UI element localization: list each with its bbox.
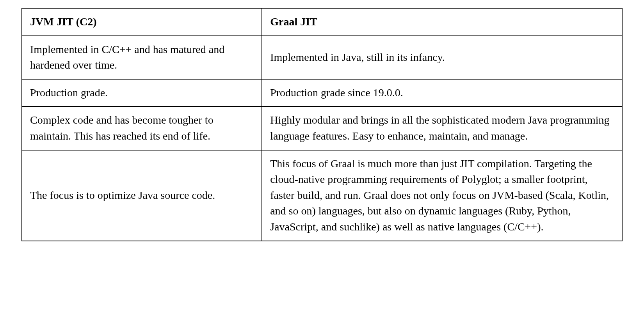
table-row: Complex code and has become tougher to m… [22,106,622,150]
cell-jvm: Implemented in C/C++ and has matured and… [22,36,262,79]
header-cell-jvm: JVM JIT (C2) [22,8,262,36]
comparison-table: JVM JIT (C2) Graal JIT Implemented in C/… [21,8,623,241]
cell-graal: Implemented in Java, still in its infanc… [262,36,622,79]
table-row: Production grade. Production grade since… [22,79,622,107]
cell-graal: Highly modular and brings in all the sop… [262,106,622,150]
cell-jvm: The focus is to optimize Java source cod… [22,150,262,241]
header-cell-graal: Graal JIT [262,8,622,36]
table-row: Implemented in C/C++ and has matured and… [22,36,622,79]
cell-jvm: Production grade. [22,79,262,107]
table-header-row: JVM JIT (C2) Graal JIT [22,8,622,36]
cell-graal: This focus of Graal is much more than ju… [262,150,622,241]
cell-graal: Production grade since 19.0.0. [262,79,622,107]
table-row: The focus is to optimize Java source cod… [22,150,622,241]
cell-jvm: Complex code and has become tougher to m… [22,106,262,150]
